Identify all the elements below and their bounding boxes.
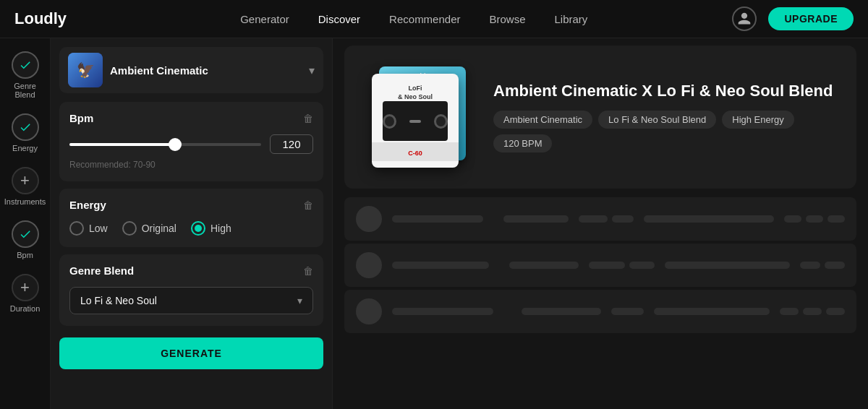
track-row[interactable]: [344, 290, 856, 333]
energy-high[interactable]: High: [191, 221, 231, 236]
radio-original-label: Original: [142, 223, 176, 234]
track-bar-xs-5: [825, 262, 845, 269]
genre-blend-dropdown[interactable]: Lo Fi & Neo Soul ▾: [69, 287, 313, 314]
bpm-section-header: Bpm 🗑: [69, 112, 313, 124]
energy-delete-icon[interactable]: 🗑: [303, 199, 313, 211]
sidebar-label-bpm: Bpm: [17, 251, 33, 259]
track-avatar: [356, 252, 382, 278]
radio-original-outer: [122, 221, 137, 236]
nav-recommender[interactable]: Recommender: [389, 13, 460, 25]
track-name-bar: [392, 262, 489, 269]
bpm-value[interactable]: 120: [270, 134, 313, 154]
cassette-reel-right: [434, 114, 448, 129]
energy-section: Energy 🗑 Low Original High: [59, 189, 323, 247]
track-avatar: [356, 298, 382, 324]
genre-selector[interactable]: 🦅 Ambient Cinematic ▾: [59, 47, 323, 93]
blend-dropdown-arrow-icon: ▾: [297, 295, 302, 306]
track-bar-lg-3: [654, 308, 770, 315]
genre-blend-title: Genre Blend: [69, 264, 134, 277]
cassette-art: Ambient Cinematic 🦅 LoFi & Neo Soul: [365, 63, 473, 171]
nav-library[interactable]: Library: [555, 13, 588, 25]
track-bar-xs-7: [803, 308, 822, 315]
energy-section-header: Energy 🗑: [69, 199, 313, 211]
bpm-slider[interactable]: [69, 143, 261, 146]
featured-tags: Ambient Cinematic Lo Fi & Neo Soul Blend…: [493, 111, 836, 152]
energy-title: Energy: [69, 199, 106, 211]
sidebar-item-duration[interactable]: + Duration: [0, 268, 50, 319]
tag-2[interactable]: High Energy: [722, 111, 794, 129]
sidebar-item-energy[interactable]: Energy: [0, 108, 50, 158]
track-bar-group-1: [579, 215, 634, 223]
track-bar-xs-2: [806, 215, 823, 223]
track-bar-sm-2: [612, 215, 634, 223]
sidebar-label-instruments: Instruments: [4, 197, 46, 206]
radio-high-label: High: [210, 223, 231, 234]
topnav: Loudly Generator Discover Recommender Br…: [0, 0, 868, 38]
cassette-code: C-60: [408, 150, 422, 157]
track-row[interactable]: [344, 197, 856, 241]
tag-0[interactable]: Ambient Cinematic: [493, 111, 592, 129]
track-bar-lg-1: [644, 215, 774, 223]
nav-generator[interactable]: Generator: [240, 13, 289, 25]
track-bar-sm-3: [589, 262, 625, 269]
cassette-front-card: LoFi & Neo Soul C-60: [372, 74, 459, 168]
track-bar-xs-6: [780, 308, 799, 315]
featured-info: Ambient Cinematic X Lo Fi & Neo Soul Ble…: [493, 82, 836, 152]
bpm-title: Bpm: [69, 112, 93, 124]
track-bar-group-4: [800, 262, 845, 269]
track-avatar: [356, 206, 382, 232]
genre-chevron-icon: ▾: [309, 64, 315, 77]
energy-low[interactable]: Low: [69, 221, 108, 236]
tag-3[interactable]: 120 BPM: [493, 134, 552, 152]
track-bar-sm-4: [629, 262, 655, 269]
tag-1[interactable]: Lo Fi & Neo Soul Blend: [598, 111, 716, 129]
genre-blend-icon: [12, 51, 39, 79]
instruments-icon: +: [12, 167, 39, 194]
generate-button[interactable]: GENERATE: [59, 337, 323, 369]
icon-sidebar: Genre Blend Energy + Instruments Bpm: [0, 38, 51, 409]
sidebar-item-instruments[interactable]: + Instruments: [0, 161, 50, 212]
topnav-right: UPGRADE: [732, 7, 854, 31]
right-content: Ambient Cinematic 🦅 LoFi & Neo Soul: [333, 38, 868, 409]
radio-low-label: Low: [89, 223, 108, 234]
user-icon[interactable]: [732, 7, 757, 31]
logo: Loudly: [14, 9, 67, 28]
track-bar-1: [503, 215, 569, 223]
bpm-controls: 120: [69, 134, 313, 154]
genre-blend-section: Genre Blend 🗑 Lo Fi & Neo Soul ▾: [59, 254, 323, 326]
track-bar-xs-4: [800, 262, 820, 269]
track-bar-lg-2: [665, 262, 790, 269]
bpm-delete-icon[interactable]: 🗑: [303, 113, 313, 124]
left-panel: 🦅 Ambient Cinematic ▾ Bpm 🗑 120 Recommen…: [51, 38, 333, 409]
sidebar-item-genre-blend[interactable]: Genre Blend: [0, 46, 50, 105]
energy-icon: [12, 113, 39, 141]
sidebar-item-bpm[interactable]: Bpm: [0, 215, 50, 265]
cassette-reel-left: [383, 114, 396, 129]
track-row[interactable]: [344, 244, 856, 287]
featured-card: Ambient Cinematic 🦅 LoFi & Neo Soul: [344, 46, 856, 189]
cassette-tape: [383, 101, 448, 141]
bpm-slider-thumb[interactable]: [169, 138, 182, 151]
genre-blend-delete-icon[interactable]: 🗑: [303, 265, 313, 277]
duration-icon: +: [12, 274, 39, 301]
track-bar-xs-3: [827, 215, 845, 223]
track-bar-group-6: [780, 308, 845, 315]
nav-discover[interactable]: Discover: [318, 13, 360, 25]
radio-high-outer: [191, 221, 205, 236]
main-area: Genre Blend Energy + Instruments Bpm: [0, 38, 868, 409]
sidebar-label-energy: Energy: [12, 144, 38, 152]
sidebar-label-genre-blend: Genre Blend: [3, 82, 47, 99]
energy-original[interactable]: Original: [122, 221, 176, 236]
radio-high-inner: [195, 225, 202, 232]
genre-thumbnail: 🦅: [68, 53, 103, 87]
track-bar-xs-1: [784, 215, 801, 223]
track-bar-group-2: [784, 215, 845, 223]
bpm-section: Bpm 🗑 120 Recommended: 70-90: [59, 102, 323, 181]
energy-options: Low Original High: [69, 221, 313, 236]
track-bar-group-3: [589, 262, 655, 269]
genre-blend-header: Genre Blend 🗑: [69, 264, 313, 277]
genre-thumb-art: 🦅: [77, 61, 95, 79]
upgrade-button[interactable]: UPGRADE: [768, 7, 854, 30]
nav-browse[interactable]: Browse: [489, 13, 525, 25]
track-bar-sm-1: [579, 215, 608, 223]
